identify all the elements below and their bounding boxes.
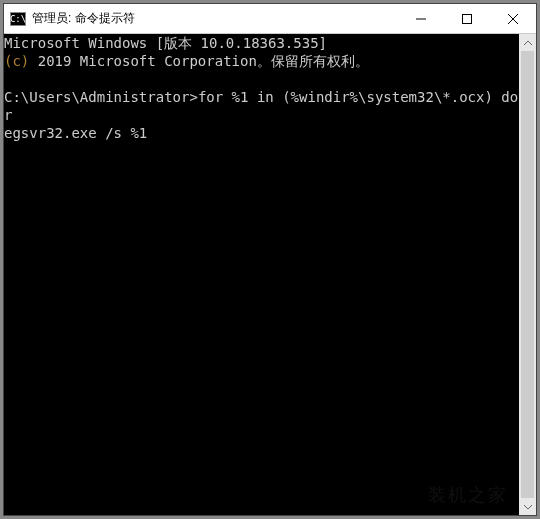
command-text-2: egsvr32.exe /s %1	[4, 125, 147, 141]
vertical-scrollbar[interactable]	[519, 34, 536, 515]
scroll-track[interactable]	[519, 51, 536, 498]
scroll-down-arrow[interactable]	[519, 498, 536, 515]
minimize-button[interactable]	[398, 4, 444, 33]
svg-rect-1	[463, 14, 472, 23]
close-icon	[508, 14, 518, 24]
window-title: 管理员: 命令提示符	[32, 10, 398, 27]
copyright-symbol: (c)	[4, 53, 29, 69]
scroll-thumb[interactable]	[521, 51, 534, 498]
copyright-line: 2019 Microsoft Corporation。保留所有权利。	[29, 53, 369, 69]
chevron-down-icon	[524, 505, 532, 509]
minimize-icon	[416, 14, 426, 24]
chevron-up-icon	[524, 41, 532, 45]
maximize-button[interactable]	[444, 4, 490, 33]
window-controls	[398, 4, 536, 33]
terminal-output[interactable]: Microsoft Windows [版本 10.0.18363.535] (c…	[4, 34, 519, 515]
cmd-icon: C:\	[10, 12, 26, 26]
maximize-icon	[462, 14, 472, 24]
version-line: Microsoft Windows [版本 10.0.18363.535]	[4, 35, 327, 51]
close-button[interactable]	[490, 4, 536, 33]
content-area: Microsoft Windows [版本 10.0.18363.535] (c…	[4, 34, 536, 515]
command-prompt-window: C:\ 管理员: 命令提示符 Microsoft Windows [版本 10.…	[3, 3, 537, 516]
scroll-up-arrow[interactable]	[519, 34, 536, 51]
titlebar[interactable]: C:\ 管理员: 命令提示符	[4, 4, 536, 34]
prompt: C:\Users\Administrator>	[4, 89, 198, 105]
